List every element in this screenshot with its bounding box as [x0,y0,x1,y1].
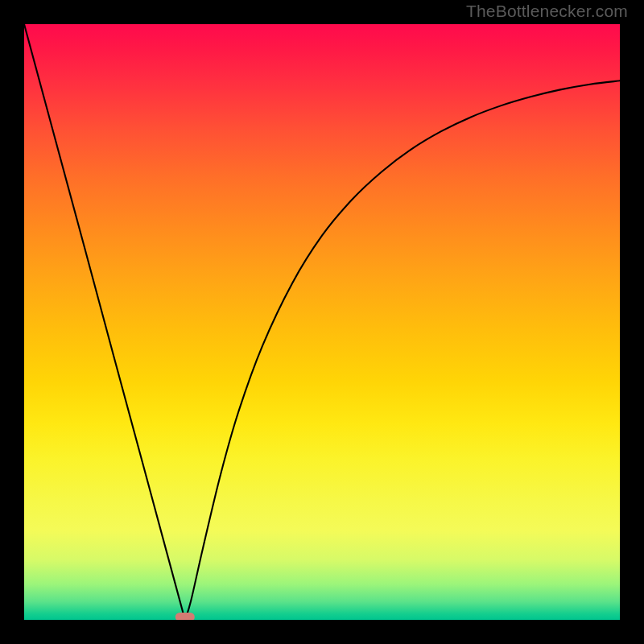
curve-left-segment [24,24,185,620]
plot-area [24,24,620,620]
attribution-text: TheBottlenecker.com [466,2,628,21]
curve-right-segment [185,80,620,620]
minimum-marker [175,613,195,620]
curve-svg [24,24,620,620]
chart-frame: TheBottlenecker.com [0,0,644,644]
